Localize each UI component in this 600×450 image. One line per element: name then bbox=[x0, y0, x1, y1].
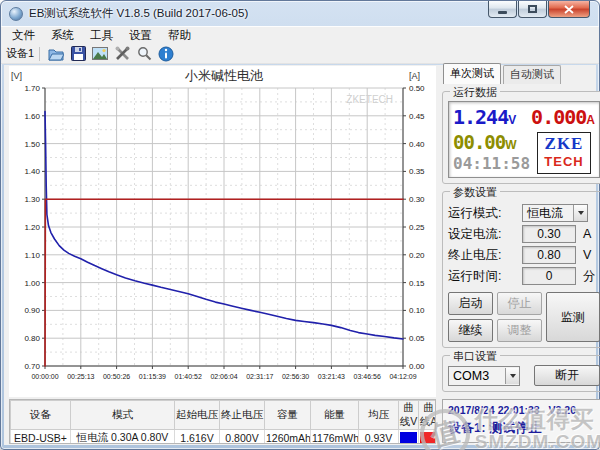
svg-text:0.90: 0.90 bbox=[24, 306, 40, 315]
svg-text:02:56:30: 02:56:30 bbox=[282, 373, 309, 380]
open-icon[interactable] bbox=[46, 45, 66, 62]
toolbar: 设备1 bbox=[1, 44, 599, 64]
svg-text:1.60: 1.60 bbox=[24, 112, 40, 121]
current-readout: 0.000 bbox=[531, 105, 586, 129]
toolbar-separator bbox=[39, 47, 40, 61]
cell-energy: 1176mWh bbox=[311, 430, 359, 445]
svg-text:01:40:52: 01:40:52 bbox=[175, 373, 202, 380]
tab-single-test[interactable]: 单次测试 bbox=[443, 63, 501, 84]
summary-table: 设备 模式 起始电压 终止电压 容量 能量 均压 曲线V 曲线A EBD-USB… bbox=[9, 399, 436, 444]
svg-text:小米碱性电池: 小米碱性电池 bbox=[184, 68, 263, 83]
col-curve-v: 曲线V bbox=[399, 401, 419, 430]
app-icon bbox=[9, 7, 23, 21]
run-time-label: 运行时间: bbox=[448, 268, 522, 285]
svg-text:0.40: 0.40 bbox=[409, 140, 425, 149]
tabstrip: 单次测试 自动测试 bbox=[442, 65, 600, 84]
chevron-down-icon[interactable] bbox=[505, 368, 519, 384]
zke-tech-logo: ZKE TECH bbox=[537, 132, 591, 174]
svg-text:03:21:43: 03:21:43 bbox=[318, 373, 345, 380]
client-area: 1.701.601.501.401.301.201.101.000.900.80… bbox=[4, 65, 596, 445]
info-icon[interactable] bbox=[156, 45, 176, 62]
maximize-button[interactable] bbox=[518, 1, 547, 18]
status-version: V3.20 bbox=[549, 404, 576, 416]
col-mode: 模式 bbox=[71, 401, 175, 430]
chart-panel: 1.701.601.501.401.301.201.101.000.900.80… bbox=[9, 66, 436, 397]
svg-text:00:50:26: 00:50:26 bbox=[103, 373, 130, 380]
svg-text:1.50: 1.50 bbox=[24, 140, 40, 149]
svg-text:0.00: 0.00 bbox=[409, 362, 425, 371]
adjust-button[interactable]: 调整 bbox=[497, 319, 542, 342]
cell-avg-voltage: 0.93V bbox=[359, 430, 399, 445]
voltage-readout: 1.244 bbox=[453, 105, 508, 129]
voltage-unit: V bbox=[508, 113, 516, 127]
svg-text:0.80: 0.80 bbox=[24, 334, 40, 343]
tools-icon[interactable] bbox=[112, 45, 132, 62]
menu-file[interactable]: 文件 bbox=[4, 27, 43, 44]
power-unit: W bbox=[505, 138, 516, 152]
com-port-select[interactable]: COM3 bbox=[448, 366, 520, 386]
mode-label: 运行模式: bbox=[448, 205, 522, 222]
status-box: 2017/8/24 22:01:38 V3.20 设备1: 测试停止 bbox=[442, 399, 600, 443]
menu-help[interactable]: 帮助 bbox=[160, 27, 199, 44]
discharge-chart: 1.701.601.501.401.301.201.101.000.900.80… bbox=[9, 66, 437, 396]
svg-text:1.00: 1.00 bbox=[24, 279, 40, 288]
svg-text:[A]: [A] bbox=[409, 71, 420, 81]
col-energy: 能量 bbox=[311, 401, 359, 430]
svg-text:02:06:04: 02:06:04 bbox=[210, 373, 237, 380]
serial-group: 串口设置 COM3 断开 bbox=[442, 355, 600, 392]
params-legend: 参数设置 bbox=[450, 185, 500, 200]
run-time-input[interactable]: 0 bbox=[522, 267, 576, 285]
col-device: 设备 bbox=[11, 401, 71, 430]
app-window: EB测试系统软件 V1.8.5 (Build 2017-06-05) 文件 系统… bbox=[0, 0, 600, 450]
monitor-button[interactable]: 监测 bbox=[546, 292, 600, 342]
power-readout: 00.00 bbox=[453, 131, 505, 153]
tab-auto-test[interactable]: 自动测试 bbox=[503, 65, 561, 84]
current-unit: A bbox=[586, 113, 595, 127]
set-current-input[interactable]: 0.30 bbox=[522, 225, 576, 243]
chevron-down-icon[interactable] bbox=[573, 205, 587, 221]
resume-button[interactable]: 继续 bbox=[448, 319, 493, 342]
svg-text:1.20: 1.20 bbox=[24, 223, 40, 232]
svg-text:0.50: 0.50 bbox=[409, 84, 425, 93]
svg-text:0.15: 0.15 bbox=[409, 279, 425, 288]
svg-text:0.45: 0.45 bbox=[409, 112, 425, 121]
svg-text:0.35: 0.35 bbox=[409, 167, 425, 176]
col-avg-voltage: 均压 bbox=[359, 401, 399, 430]
menu-tools[interactable]: 工具 bbox=[82, 27, 121, 44]
save-icon[interactable] bbox=[68, 45, 88, 62]
svg-text:1.70: 1.70 bbox=[24, 84, 40, 93]
minimize-icon bbox=[498, 11, 507, 14]
digital-display: 1.244V 0.000A 00.00W ZKE TECH 04: bbox=[448, 101, 600, 178]
status-datetime: 2017/8/24 22:01:38 bbox=[448, 404, 540, 416]
svg-text:03:46:56: 03:46:56 bbox=[354, 373, 381, 380]
device-selector[interactable]: 设备1 bbox=[6, 46, 34, 61]
close-button[interactable] bbox=[548, 1, 590, 18]
export-image-icon[interactable] bbox=[90, 45, 110, 62]
start-button[interactable]: 启动 bbox=[448, 292, 493, 315]
maximize-icon bbox=[528, 5, 537, 13]
curve-v-swatch bbox=[400, 432, 417, 444]
params-group: 参数设置 运行模式: 恒电流 设定电流: 0.30 A 终止电压: 0.80 bbox=[442, 191, 600, 348]
col-curve-a: 曲线A bbox=[419, 401, 437, 430]
cutoff-voltage-input[interactable]: 0.80 bbox=[522, 246, 576, 264]
svg-text:01:15:39: 01:15:39 bbox=[139, 373, 166, 380]
cutoff-voltage-unit: V bbox=[583, 248, 591, 262]
mode-select[interactable]: 恒电流 bbox=[522, 204, 588, 222]
svg-text:0.30: 0.30 bbox=[409, 195, 425, 204]
zoom-icon[interactable] bbox=[134, 45, 154, 62]
cell-end-voltage: 0.800V bbox=[220, 430, 265, 445]
menu-settings[interactable]: 设置 bbox=[121, 27, 160, 44]
minimize-button[interactable] bbox=[488, 1, 517, 18]
disconnect-button[interactable]: 断开 bbox=[534, 365, 600, 386]
cell-start-voltage: 1.616V bbox=[175, 430, 220, 445]
elapsed-time-readout: 04:11:58 bbox=[453, 154, 530, 173]
svg-text:00:25:13: 00:25:13 bbox=[67, 373, 94, 380]
stop-button[interactable]: 停止 bbox=[497, 292, 542, 315]
close-icon bbox=[564, 5, 574, 14]
table-row: EBD-USB+ 恒电流 0.30A 0.80V 1.616V 0.800V 1… bbox=[11, 430, 437, 445]
menu-system[interactable]: 系统 bbox=[43, 27, 82, 44]
svg-text:[V]: [V] bbox=[11, 71, 22, 81]
svg-text:0.05: 0.05 bbox=[409, 334, 425, 343]
col-capacity: 容量 bbox=[265, 401, 311, 430]
svg-text:04:12:09: 04:12:09 bbox=[389, 373, 416, 380]
